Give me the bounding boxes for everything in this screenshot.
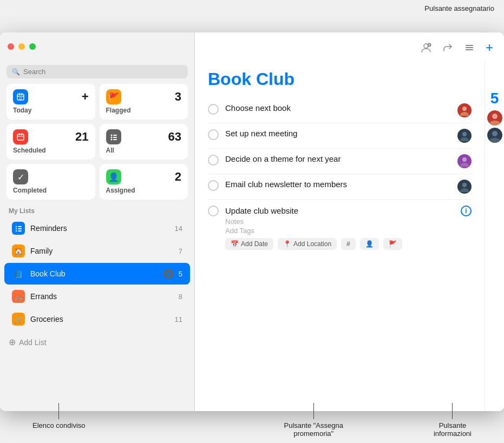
flagged-label: Flagged bbox=[106, 107, 182, 114]
reminders-label: Reminders bbox=[30, 224, 169, 233]
all-icon bbox=[106, 129, 121, 144]
add-task-button[interactable]: + bbox=[483, 38, 495, 57]
calendar-icon: 📅 bbox=[231, 240, 239, 248]
notes-field[interactable]: Notes bbox=[225, 217, 472, 226]
add-location-button[interactable]: 📍 Add Location bbox=[278, 238, 337, 250]
family-count: 7 bbox=[179, 247, 182, 255]
main-content: + Book Club Choose next book bbox=[195, 32, 504, 411]
my-lists-header: My Lists bbox=[0, 204, 194, 217]
svg-point-9 bbox=[110, 135, 112, 136]
svg-rect-25 bbox=[466, 49, 473, 50]
search-input[interactable] bbox=[23, 68, 182, 76]
task-item: Decide on a theme for next year bbox=[208, 149, 472, 174]
svg-rect-24 bbox=[466, 47, 473, 48]
svg-point-26 bbox=[462, 107, 467, 111]
svg-point-13 bbox=[110, 139, 112, 141]
sidebar-item-reminders[interactable]: Reminders 14 bbox=[4, 217, 190, 239]
svg-rect-10 bbox=[113, 135, 117, 136]
close-button[interactable] bbox=[8, 43, 14, 50]
smart-list-completed[interactable]: ✓ Completed bbox=[6, 164, 95, 200]
task-checkbox-5[interactable] bbox=[208, 206, 219, 216]
task-last-header: Update club website i bbox=[208, 205, 472, 216]
groceries-label: Groceries bbox=[30, 315, 169, 323]
search-bar[interactable]: 🔍 bbox=[6, 65, 188, 78]
sidebar-item-groceries[interactable]: 🛒 Groceries 11 bbox=[4, 308, 190, 330]
task-text-1: Choose next book bbox=[225, 103, 453, 113]
completed-label: Completed bbox=[13, 187, 89, 194]
svg-point-17 bbox=[16, 228, 17, 229]
smart-list-all[interactable]: 63 All bbox=[100, 124, 188, 160]
errands-label: Errands bbox=[30, 292, 173, 301]
assignee-button[interactable] bbox=[418, 40, 434, 55]
add-date-button[interactable]: 📅 Add Date bbox=[225, 238, 273, 250]
task-checkbox-4[interactable] bbox=[208, 180, 219, 191]
annotation-assignee-button: Pulsante assegnatario bbox=[424, 4, 494, 12]
groceries-icon: 🛒 bbox=[12, 313, 25, 326]
maximize-button[interactable] bbox=[29, 43, 36, 50]
sidebar-item-family[interactable]: 🏠 Family 7 bbox=[4, 240, 190, 262]
svg-text:17: 17 bbox=[19, 97, 22, 100]
annotation-assign-label: Pulsante "Assegnapromemoria" bbox=[284, 421, 343, 438]
sidebar: 🔍 17 + Tod bbox=[0, 32, 195, 411]
family-label: Family bbox=[30, 247, 173, 255]
share-button[interactable] bbox=[440, 40, 455, 55]
content-area: Book Club Choose next book Set up bbox=[195, 61, 504, 411]
task-item-last: Update club website i Notes Add Tags 📅 A… bbox=[208, 200, 472, 255]
list-options-button[interactable] bbox=[462, 40, 477, 55]
annotation-line-info bbox=[452, 403, 453, 419]
annotation-info-label: Pulsanteinformazioni bbox=[434, 421, 472, 438]
tags-field[interactable]: Add Tags bbox=[225, 227, 472, 235]
svg-rect-8 bbox=[17, 136, 24, 137]
flag-icon: 🚩 bbox=[389, 240, 397, 248]
smart-list-assigned[interactable]: 👤 2 Assigned bbox=[100, 164, 188, 200]
bottom-annotations: Elenco condiviso Pulsante "Assegnapromem… bbox=[0, 403, 504, 438]
svg-rect-12 bbox=[113, 137, 117, 138]
task-checkbox-3[interactable] bbox=[208, 155, 219, 166]
svg-point-31 bbox=[492, 114, 498, 119]
smart-lists-grid: 17 + Today 🚩 3 Flagged bbox=[0, 84, 194, 204]
scheduled-count: 21 bbox=[75, 130, 88, 144]
add-list-button[interactable]: ⊕ Add List bbox=[0, 333, 194, 352]
task-checkbox-2[interactable] bbox=[208, 129, 219, 140]
svg-point-19 bbox=[16, 230, 17, 232]
svg-point-33 bbox=[492, 131, 498, 136]
assign-person-button[interactable]: 👤 bbox=[360, 238, 379, 250]
tasks-area: Book Club Choose next book Set up bbox=[195, 61, 485, 411]
svg-rect-5 bbox=[17, 134, 24, 140]
smart-list-today[interactable]: 17 + Today bbox=[6, 84, 95, 120]
assigned-count: 2 bbox=[175, 170, 181, 184]
info-button[interactable]: i bbox=[461, 206, 472, 216]
minimize-button[interactable] bbox=[18, 43, 25, 50]
task-item: Choose next book bbox=[208, 98, 472, 123]
tag-icon: # bbox=[346, 240, 350, 248]
errands-icon: 🚲 bbox=[12, 290, 25, 303]
titlebar bbox=[0, 32, 194, 61]
task-avatar-4 bbox=[457, 180, 472, 194]
app-window: 🔍 17 + Tod bbox=[0, 32, 504, 411]
flag-button[interactable]: 🚩 bbox=[383, 238, 402, 250]
all-count: 63 bbox=[168, 130, 181, 144]
all-label: All bbox=[106, 147, 182, 154]
add-list-label: Add List bbox=[19, 338, 47, 347]
smart-list-scheduled[interactable]: 21 Scheduled bbox=[6, 124, 95, 160]
svg-rect-7 bbox=[22, 133, 23, 135]
assigned-icon: 👤 bbox=[106, 169, 121, 184]
sidebar-item-errands[interactable]: 🚲 Errands 8 bbox=[4, 286, 190, 307]
search-icon: 🔍 bbox=[12, 68, 20, 76]
bookclub-label: Book Club bbox=[30, 269, 158, 278]
svg-rect-6 bbox=[19, 133, 20, 135]
main-header: + bbox=[195, 32, 504, 61]
sidebar-item-bookclub[interactable]: 📘 Book Club 👤 5 bbox=[4, 263, 190, 285]
task-text-5: Update club website bbox=[225, 206, 457, 215]
svg-point-28 bbox=[462, 157, 467, 162]
task-checkbox-1[interactable] bbox=[208, 104, 219, 115]
task-text-4: Email club newsletter to members bbox=[225, 180, 453, 189]
smart-list-flagged[interactable]: 🚩 3 Flagged bbox=[100, 84, 188, 120]
svg-point-15 bbox=[16, 226, 17, 227]
person-icon: 👤 bbox=[365, 240, 374, 248]
location-icon: 📍 bbox=[283, 240, 291, 248]
reminders-count: 14 bbox=[175, 224, 182, 233]
add-tag-button[interactable]: # bbox=[341, 238, 356, 250]
annotation-assign-reminder: Pulsante "Assegnapromemoria" bbox=[284, 403, 343, 438]
svg-rect-2 bbox=[22, 93, 23, 95]
